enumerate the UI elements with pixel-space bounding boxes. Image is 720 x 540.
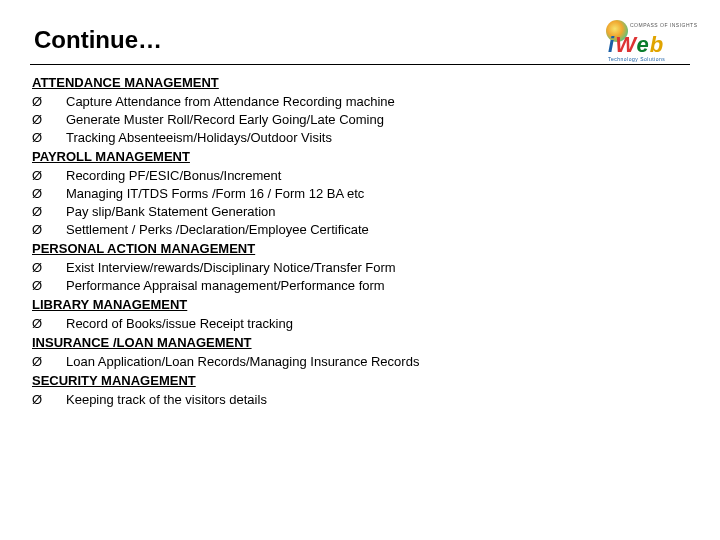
content: ATTENDANCE MANAGEMENTØCapture Attendance… — [30, 75, 690, 407]
list-item-text: Recording PF/ESIC/Bonus/Increment — [66, 168, 281, 183]
list-item: ØManaging IT/TDS Forms /Form 16 / Form 1… — [30, 186, 690, 201]
list-item-text: Pay slip/Bank Statement Generation — [66, 204, 276, 219]
list-item-text: Loan Application/Loan Records/Managing I… — [66, 354, 419, 369]
list-item-text: Managing IT/TDS Forms /Form 16 / Form 12… — [66, 186, 364, 201]
list-item: ØPay slip/Bank Statement Generation — [30, 204, 690, 219]
bullet-icon: Ø — [30, 222, 66, 237]
section-heading: SECURITY MANAGEMENT — [32, 373, 690, 388]
list-item: ØRecording PF/ESIC/Bonus/Increment — [30, 168, 690, 183]
list-item-text: Settlement / Perks /Declaration/Employee… — [66, 222, 369, 237]
bullet-icon: Ø — [30, 316, 66, 331]
section-heading: PERSONAL ACTION MANAGEMENT — [32, 241, 690, 256]
list-item-text: Record of Books/issue Receipt tracking — [66, 316, 293, 331]
list-item-text: Performance Appraisal management/Perform… — [66, 278, 385, 293]
bullet-icon: Ø — [30, 260, 66, 275]
section-heading: ATTENDANCE MANAGEMENT — [32, 75, 690, 90]
header-row: Continue… COMPASS OF INSIGHTS iWeb Techn… — [30, 20, 690, 64]
list-item-text: Generate Muster Roll/Record Early Going/… — [66, 112, 384, 127]
list-item-text: Capture Attendance from Attendance Recor… — [66, 94, 395, 109]
page-title: Continue… — [34, 26, 162, 54]
list-item: ØCapture Attendance from Attendance Reco… — [30, 94, 690, 109]
list-item: ØLoan Application/Loan Records/Managing … — [30, 354, 690, 369]
bullet-icon: Ø — [30, 204, 66, 219]
section-heading: INSURANCE /LOAN MANAGEMENT — [32, 335, 690, 350]
bullet-icon: Ø — [30, 186, 66, 201]
list-item-text: Tracking Absenteeism/Holidays/Outdoor Vi… — [66, 130, 332, 145]
bullet-icon: Ø — [30, 278, 66, 293]
bullet-icon: Ø — [30, 392, 66, 407]
logo: COMPASS OF INSIGHTS iWeb Technology Solu… — [604, 20, 690, 64]
bullet-icon: Ø — [30, 112, 66, 127]
bullet-icon: Ø — [30, 168, 66, 183]
logo-brand: iWeb — [608, 32, 664, 58]
list-item: ØSettlement / Perks /Declaration/Employe… — [30, 222, 690, 237]
list-item: ØExist Interview/rewards/Disciplinary No… — [30, 260, 690, 275]
bullet-icon: Ø — [30, 130, 66, 145]
logo-letter-b: b — [650, 32, 664, 57]
slide: Continue… COMPASS OF INSIGHTS iWeb Techn… — [0, 0, 720, 540]
list-item: ØTracking Absenteeism/Holidays/Outdoor V… — [30, 130, 690, 145]
list-item: ØPerformance Appraisal management/Perfor… — [30, 278, 690, 293]
logo-letter-e: e — [637, 32, 650, 57]
section-heading: PAYROLL MANAGEMENT — [32, 149, 690, 164]
divider — [30, 64, 690, 65]
list-item: ØGenerate Muster Roll/Record Early Going… — [30, 112, 690, 127]
list-item-text: Exist Interview/rewards/Disciplinary Not… — [66, 260, 396, 275]
list-item-text: Keeping track of the visitors details — [66, 392, 267, 407]
bullet-icon: Ø — [30, 94, 66, 109]
bullet-icon: Ø — [30, 354, 66, 369]
section-heading: LIBRARY MANAGEMENT — [32, 297, 690, 312]
logo-letter-w: W — [615, 32, 636, 57]
list-item: ØRecord of Books/issue Receipt tracking — [30, 316, 690, 331]
logo-tagline: COMPASS OF INSIGHTS — [630, 22, 697, 28]
logo-subline: Technology Solutions — [608, 56, 665, 62]
list-item: ØKeeping track of the visitors details — [30, 392, 690, 407]
